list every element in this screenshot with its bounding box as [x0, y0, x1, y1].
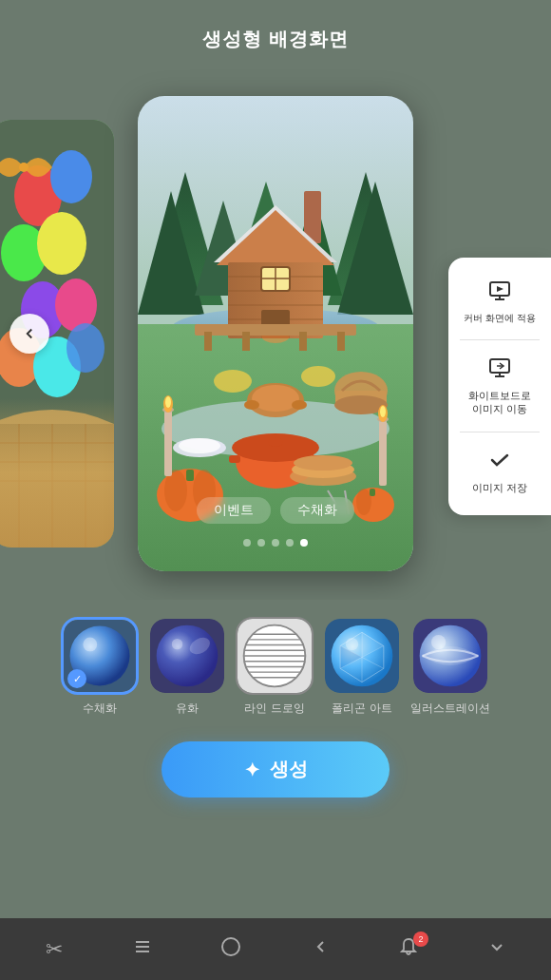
- dot-3[interactable]: [272, 539, 279, 547]
- nav-item-home[interactable]: [207, 926, 255, 973]
- style-label-illustration: 일러스트레이션: [410, 701, 490, 717]
- menu-item-apply-cover[interactable]: 커버 화면에 적용: [456, 269, 543, 334]
- menu-item-save-label: 이미지 저장: [472, 481, 527, 494]
- line-drawing-sphere: [238, 619, 312, 693]
- context-menu: 커버 화면에 적용 화이트보드로이미지 이동 이미지 저: [448, 258, 551, 515]
- menu-divider-2: [460, 432, 540, 432]
- tag-event: 이벤트: [197, 497, 271, 524]
- style-label-polygon: 폴리곤 아트: [332, 701, 391, 717]
- nav-item-back[interactable]: [296, 926, 344, 973]
- svg-point-95: [83, 638, 97, 652]
- dot-5[interactable]: [300, 539, 308, 547]
- svg-point-9: [66, 323, 104, 373]
- nav-bar: ✂ 2: [0, 918, 551, 980]
- nav-item-bell[interactable]: 2: [385, 926, 432, 973]
- style-thumb-oil[interactable]: [148, 617, 226, 695]
- polygon-sphere: [325, 619, 399, 693]
- nav-item-more[interactable]: [473, 926, 521, 973]
- move-icon: [487, 355, 512, 385]
- style-thumb-polygon[interactable]: [323, 617, 401, 695]
- dot-1[interactable]: [243, 539, 251, 547]
- carousel-area: 이벤트 수채화 커버 화면에 적용: [0, 67, 551, 600]
- generate-button[interactable]: ✦ 생성: [162, 741, 390, 797]
- menu-item-save[interactable]: 이미지 저장: [456, 438, 543, 504]
- monitor-icon: [487, 279, 512, 308]
- circle-icon: [220, 936, 241, 963]
- oil-sphere: [150, 619, 224, 693]
- back-icon: [310, 936, 331, 963]
- style-label-watercolor: 수채화: [83, 701, 117, 717]
- style-label-oil: 유화: [176, 701, 199, 717]
- chevron-down-icon: [486, 936, 507, 963]
- style-item-illustration[interactable]: 일러스트레이션: [410, 617, 490, 717]
- style-item-polygon[interactable]: 폴리곤 아트: [323, 617, 401, 717]
- svg-marker-88: [497, 286, 504, 292]
- style-item-oil[interactable]: 유화: [148, 617, 226, 717]
- illustration-sphere: [413, 619, 487, 693]
- menu-item-move-whiteboard[interactable]: 화이트보드로이미지 이동: [456, 346, 543, 426]
- carousel-dots: [243, 539, 308, 547]
- style-selected-check: ✓: [67, 669, 86, 688]
- svg-point-125: [431, 635, 446, 649]
- generate-label: 생성: [270, 757, 308, 782]
- header: 생성형 배경화면: [0, 0, 551, 67]
- svg-point-17: [19, 163, 28, 172]
- bell-badge: 2: [413, 932, 428, 947]
- menu-item-move-whiteboard-label: 화이트보드로이미지 이동: [468, 389, 531, 416]
- svg-point-4: [37, 212, 86, 275]
- page-title: 생성형 배경화면: [202, 29, 349, 49]
- style-label-line-drawing: 라인 드로잉: [244, 701, 304, 717]
- chevron-left-icon: [21, 325, 38, 342]
- lines-icon: [132, 936, 153, 963]
- style-thumb-watercolor[interactable]: ✓: [61, 617, 139, 695]
- svg-point-99: [172, 639, 182, 649]
- style-item-line-drawing[interactable]: 라인 드로잉: [236, 617, 314, 717]
- scissors-icon: ✂: [46, 937, 63, 962]
- svg-point-2: [50, 150, 92, 203]
- style-thumb-illustration[interactable]: [411, 617, 489, 695]
- prev-arrow-button[interactable]: [10, 314, 49, 354]
- nav-item-scissors[interactable]: ✂: [30, 926, 78, 973]
- svg-point-129: [222, 938, 239, 955]
- generate-icon: ✦: [244, 759, 260, 781]
- menu-item-apply-cover-label: 커버 화면에 적용: [464, 312, 536, 324]
- svg-point-121: [346, 638, 358, 650]
- nav-item-lines[interactable]: [119, 926, 166, 973]
- svg-point-6: [55, 279, 97, 332]
- svg-rect-10: [0, 424, 114, 548]
- tag-watercolor: 수채화: [280, 497, 354, 524]
- svg-point-97: [157, 625, 218, 687]
- card-tags: 이벤트 수채화: [197, 497, 354, 524]
- check-icon: [487, 448, 512, 477]
- dot-4[interactable]: [286, 539, 294, 547]
- style-thumb-line-drawing[interactable]: [236, 617, 314, 695]
- style-item-watercolor[interactable]: ✓ 수채화: [61, 617, 139, 717]
- styles-row: ✓ 수채화 유화: [0, 600, 551, 724]
- menu-divider-1: [460, 339, 540, 340]
- dot-2[interactable]: [257, 539, 265, 547]
